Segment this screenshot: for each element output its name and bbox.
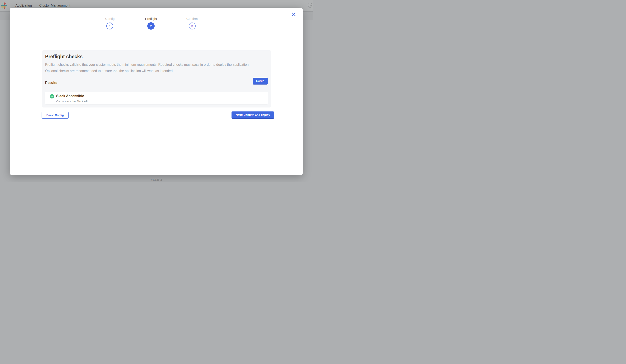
preflight-check-result-card: Slack Accessible Can access the Slack AP… — [45, 92, 268, 104]
preflight-modal: Config Preflight Confirm 1 2 3 Preflight… — [10, 8, 303, 175]
panel-description: Preflight checks validate that your clus… — [45, 62, 261, 74]
step-circle-1[interactable]: 1 — [106, 23, 113, 30]
app-logo-icon — [1, 2, 7, 9]
panel-title: Preflight checks — [45, 54, 268, 60]
step-connector — [114, 26, 147, 26]
results-label: Results — [45, 81, 57, 85]
step-circle-3[interactable]: 3 — [189, 23, 196, 30]
step-label-preflight: Preflight — [134, 17, 168, 21]
check-detail: Can access the Slack API — [56, 100, 89, 103]
app-version-label: v1.125.2 — [0, 178, 313, 181]
rerun-button[interactable]: Rerun — [253, 78, 268, 85]
step-label-confirm: Confirm — [175, 17, 209, 21]
next-confirm-deploy-button[interactable]: Next: Confirm and deploy — [232, 111, 274, 119]
back-config-button[interactable]: Back: Config — [41, 112, 69, 119]
check-name: Slack Accessible — [56, 94, 84, 98]
results-row: Results Rerun — [45, 81, 268, 85]
step-label-config: Config — [93, 17, 127, 21]
ellipsis-menu-icon[interactable] — [308, 3, 312, 7]
check-pass-icon — [50, 94, 54, 99]
preflight-panel: Preflight checks Preflight checks valida… — [42, 50, 271, 107]
step-connector — [156, 26, 188, 26]
step-circle-2[interactable]: 2 — [147, 22, 155, 30]
close-icon[interactable] — [292, 12, 296, 16]
